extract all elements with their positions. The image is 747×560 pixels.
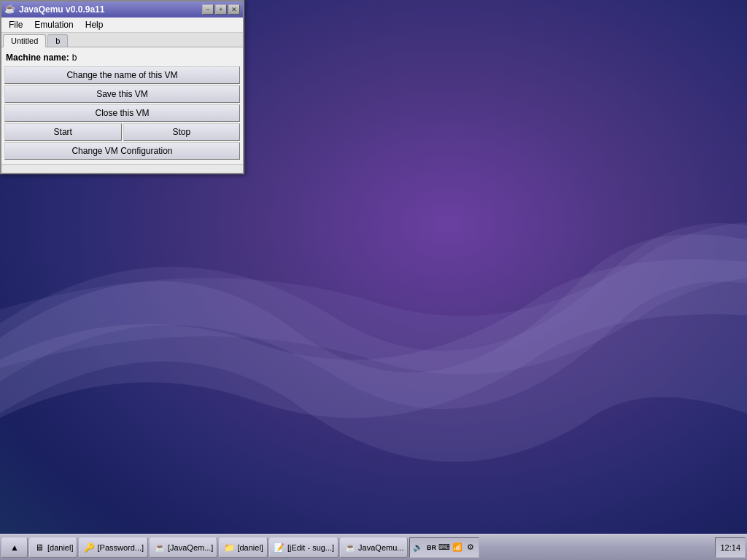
system-clock: 12:14 xyxy=(715,537,746,558)
tray-lang-icon[interactable]: BR xyxy=(425,542,437,553)
change-config-button[interactable]: Change VM Configuration xyxy=(4,142,240,160)
app-icon: ☕ xyxy=(4,4,16,15)
start-icon: ▲ xyxy=(9,542,20,553)
start-button[interactable]: Start xyxy=(4,123,122,141)
taskbar-label-1: [Password...] xyxy=(97,543,144,552)
menu-help[interactable]: Help xyxy=(80,18,109,31)
window-statusbar xyxy=(1,164,243,173)
taskbar-label-3: [daniel] xyxy=(237,543,263,552)
close-vm-button[interactable]: Close this VM xyxy=(4,104,240,122)
machine-name-label: Machine name: xyxy=(6,52,69,63)
minimize-button[interactable]: − xyxy=(202,4,214,15)
window-title: JavaQemu v0.0.9a11 xyxy=(19,4,199,15)
menu-emulation[interactable]: Emulation xyxy=(28,18,79,31)
taskbar-item-0[interactable]: 🖥 [daniel] xyxy=(29,537,77,558)
taskbar-icon-3: 📁 xyxy=(223,542,235,553)
system-tray: 🔊 BR ⌨ 📶 ⚙ xyxy=(409,537,479,558)
window-controls: − + ✕ xyxy=(202,4,240,15)
tab-b[interactable]: b xyxy=(47,34,68,47)
maximize-button[interactable]: + xyxy=(215,4,227,15)
javaqemu-window: ☕ JavaQemu v0.0.9a11 − + ✕ File Emulatio… xyxy=(0,0,244,174)
machine-name-value: b xyxy=(72,52,77,63)
taskbar-icon-2: ☕ xyxy=(154,542,166,553)
taskbar-icon-4: 📝 xyxy=(274,542,285,553)
tray-keyboard-icon[interactable]: ⌨ xyxy=(438,542,450,553)
tray-network-icon[interactable]: 📶 xyxy=(452,542,463,553)
taskbar-item-3[interactable]: 📁 [daniel] xyxy=(219,537,267,558)
taskbar-label-4: [jEdit - sug...] xyxy=(287,543,334,552)
tray-settings-icon[interactable]: ⚙ xyxy=(465,542,476,553)
taskbar-icon-0: 🖥 xyxy=(34,542,45,553)
stop-button[interactable]: Stop xyxy=(123,123,241,141)
window-body: Machine name: b Change the name of this … xyxy=(1,47,243,164)
save-vm-button[interactable]: Save this VM xyxy=(4,85,240,103)
tab-untitled[interactable]: Untitled xyxy=(3,34,46,47)
taskbar-icon-5: ☕ xyxy=(344,542,356,553)
start-stop-row: Start Stop xyxy=(4,123,240,141)
tab-bar: Untitled b xyxy=(1,33,243,47)
taskbar-label-2: [JavaQem...] xyxy=(168,543,213,552)
taskbar-label-0: [daniel] xyxy=(47,543,73,552)
start-button[interactable]: ▲ xyxy=(1,537,28,558)
menu-bar: File Emulation Help xyxy=(1,18,243,33)
taskbar-item-1[interactable]: 🔑 [Password...] xyxy=(79,537,148,558)
taskbar-item-2[interactable]: ☕ [JavaQem...] xyxy=(150,537,217,558)
taskbar-item-4[interactable]: 📝 [jEdit - sug...] xyxy=(269,537,338,558)
taskbar-icon-1: 🔑 xyxy=(83,542,95,553)
machine-name-row: Machine name: b xyxy=(4,50,240,65)
taskbar-item-5[interactable]: ☕ JavaQemu... xyxy=(340,537,408,558)
taskbar: ▲ 🖥 [daniel] 🔑 [Password...] ☕ [JavaQem.… xyxy=(0,534,747,560)
tray-volume-icon[interactable]: 🔊 xyxy=(412,542,424,553)
window-titlebar: ☕ JavaQemu v0.0.9a11 − + ✕ xyxy=(1,1,243,18)
change-name-button[interactable]: Change the name of this VM xyxy=(4,66,240,84)
close-button[interactable]: ✕ xyxy=(228,4,240,15)
menu-file[interactable]: File xyxy=(3,18,28,31)
taskbar-label-5: JavaQemu... xyxy=(358,543,403,552)
